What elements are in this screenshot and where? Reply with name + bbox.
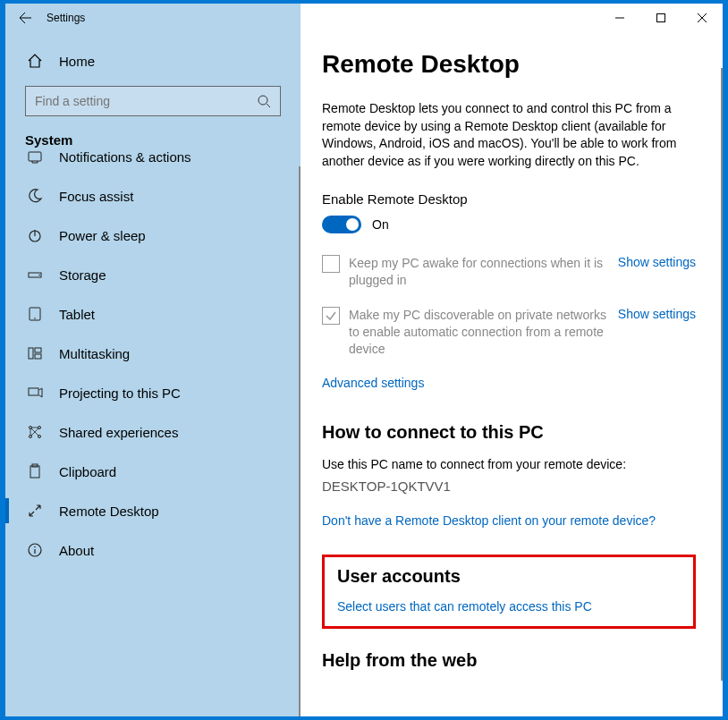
svg-rect-10 — [35, 354, 41, 359]
client-link[interactable]: Don't have a Remote Desktop client on yo… — [322, 513, 656, 528]
svg-point-1 — [258, 96, 267, 105]
maximize-button[interactable] — [640, 4, 681, 32]
svg-rect-11 — [29, 388, 38, 395]
maximize-icon — [656, 13, 665, 22]
sidebar-item-label: Projecting to this PC — [45, 385, 181, 401]
sidebar: Home System Notifications & actionsFocus… — [5, 32, 301, 716]
drive-icon — [25, 267, 45, 283]
connect-header: How to connect to this PC — [322, 422, 696, 443]
enable-toggle[interactable] — [322, 216, 361, 233]
info-icon — [25, 542, 45, 558]
sidebar-item-label: Tablet — [45, 307, 95, 322]
titlebar: Settings — [5, 4, 723, 32]
close-button[interactable] — [681, 4, 723, 32]
nav-list: Notifications & actionsFocus assistPower… — [5, 137, 301, 570]
sidebar-item-label: Shared experiences — [45, 425, 178, 440]
option-keep-awake: Keep my PC awake for connections when it… — [322, 255, 696, 289]
help-header: Help from the web — [322, 650, 696, 671]
sidebar-item-label: About — [45, 543, 94, 558]
connect-text: Use this PC name to connect from your re… — [322, 457, 696, 471]
home-label: Home — [45, 54, 95, 69]
enable-label: Enable Remote Desktop — [322, 191, 696, 207]
minimize-button[interactable] — [599, 4, 640, 32]
sidebar-item-about[interactable]: About — [5, 530, 301, 570]
window-title: Settings — [45, 12, 85, 24]
search-box[interactable] — [25, 86, 281, 116]
sidebar-item-clipboard[interactable]: Clipboard — [5, 452, 301, 491]
content-scrollbar[interactable] — [721, 68, 723, 681]
multitask-icon — [25, 345, 45, 361]
moon-icon — [25, 188, 45, 204]
user-accounts-highlight: User accounts Select users that can remo… — [322, 555, 696, 629]
sidebar-item-shared-experiences[interactable]: Shared experiences — [5, 412, 301, 452]
sidebar-item-multitasking[interactable]: Multitasking — [5, 334, 301, 373]
sidebar-item-focus-assist[interactable]: Focus assist — [5, 176, 301, 216]
close-icon — [698, 13, 707, 22]
sidebar-item-label: Notifications & actions — [45, 149, 191, 165]
discoverable-checkbox[interactable] — [322, 307, 340, 325]
sidebar-item-label: Multitasking — [45, 346, 130, 361]
svg-rect-9 — [35, 348, 41, 352]
sidebar-item-label: Focus assist — [45, 189, 133, 204]
settings-window: Settings Home Syst — [5, 4, 723, 716]
select-users-link[interactable]: Select users that can remotely access th… — [337, 599, 592, 614]
project-icon — [25, 385, 45, 401]
sidebar-item-label: Power & sleep — [45, 228, 146, 243]
home-button[interactable]: Home — [5, 43, 301, 79]
remote-icon — [25, 503, 45, 519]
svg-rect-2 — [29, 152, 41, 161]
sidebar-item-label: Storage — [45, 267, 106, 283]
toggle-state-text: On — [372, 217, 389, 232]
user-accounts-header: User accounts — [337, 566, 681, 587]
svg-point-19 — [34, 546, 36, 548]
sidebar-item-notifications-actions[interactable]: Notifications & actions — [5, 137, 301, 176]
sidebar-item-label: Clipboard — [45, 464, 116, 479]
page-title: Remote Desktop — [322, 50, 696, 79]
option-discoverable: Make my PC discoverable on private netwo… — [322, 307, 696, 358]
svg-rect-8 — [29, 348, 33, 359]
keep-awake-label: Keep my PC awake for connections when it… — [349, 255, 618, 289]
keep-awake-show-settings[interactable]: Show settings — [618, 255, 696, 269]
svg-rect-0 — [657, 14, 665, 22]
share-icon — [25, 424, 45, 440]
checkmark-icon — [325, 309, 337, 322]
bell-icon — [25, 148, 45, 165]
clipboard-icon — [25, 463, 45, 479]
sidebar-item-remote-desktop[interactable]: Remote Desktop — [5, 491, 301, 530]
search-input[interactable] — [35, 94, 257, 108]
back-button[interactable] — [5, 4, 45, 32]
advanced-settings-link[interactable]: Advanced settings — [322, 376, 424, 390]
sidebar-item-storage[interactable]: Storage — [5, 255, 301, 294]
home-icon — [25, 53, 45, 69]
sidebar-item-tablet[interactable]: Tablet — [5, 294, 301, 334]
svg-point-7 — [34, 318, 36, 319]
sidebar-item-power-sleep[interactable]: Power & sleep — [5, 216, 301, 255]
tablet-icon — [25, 306, 45, 322]
sidebar-item-label: Remote Desktop — [45, 504, 159, 519]
sidebar-item-projecting-to-this-pc[interactable]: Projecting to this PC — [5, 373, 301, 412]
search-icon — [257, 94, 271, 108]
svg-point-5 — [38, 275, 40, 276]
pc-name: DESKTOP-1QKTVV1 — [322, 479, 696, 494]
page-description: Remote Desktop lets you connect to and c… — [322, 100, 689, 170]
arrow-left-icon — [18, 11, 32, 25]
keep-awake-checkbox[interactable] — [322, 255, 340, 273]
minimize-icon — [615, 13, 624, 22]
discoverable-label: Make my PC discoverable on private netwo… — [349, 307, 618, 358]
discoverable-show-settings[interactable]: Show settings — [618, 307, 696, 321]
svg-rect-16 — [30, 466, 39, 478]
content-area: Remote Desktop Remote Desktop lets you c… — [301, 32, 723, 716]
power-icon — [25, 227, 45, 243]
